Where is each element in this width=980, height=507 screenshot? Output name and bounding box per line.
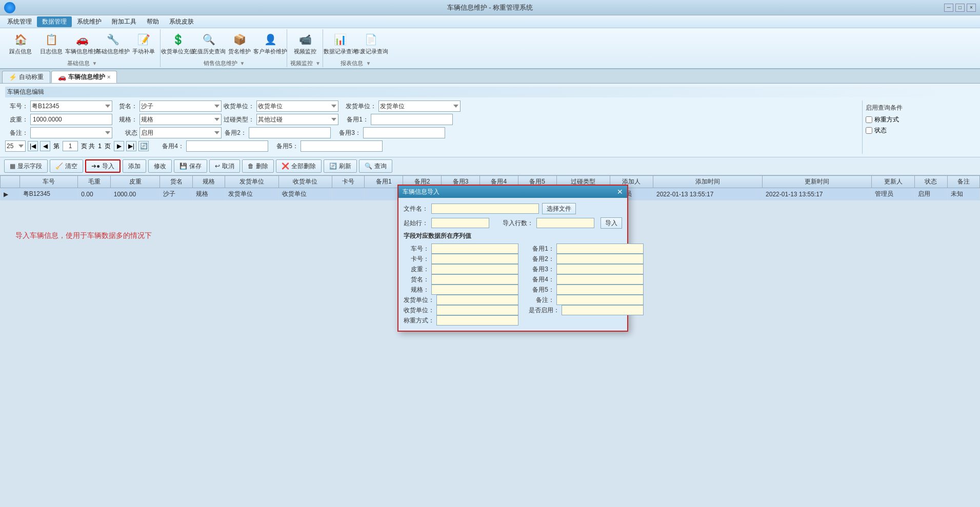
dialog-goods-input[interactable] xyxy=(431,274,518,285)
dialog-send-input[interactable] xyxy=(436,295,518,305)
dialog-spare4-input[interactable] xyxy=(556,274,644,285)
dialog-cardno-label: 卡号： xyxy=(404,255,429,263)
dialog-spare2-label: 备用2： xyxy=(529,255,554,263)
dialog-cardno-input[interactable] xyxy=(431,254,518,264)
dialog-cardno-row: 卡号： xyxy=(404,254,518,264)
dialog-fields-grid: 车号： 卡号： 皮重： 货名： xyxy=(404,244,622,326)
dialog-enabled-input[interactable] xyxy=(562,305,644,315)
dialog-spec-row: 规格： xyxy=(404,285,518,295)
dialog-spare5-label: 备用5： xyxy=(529,286,554,294)
dialog-fields-right: 备用1： 备用2： 备用3： 备用4： xyxy=(529,244,644,326)
dialog-overlay: 车辆信息导入 ✕ 文件名： 选择文件 起始行： 导入行数： 导入 字段对应数据所… xyxy=(0,0,980,507)
dialog-receive-row: 收货单位： xyxy=(404,305,518,315)
dialog-section-title: 字段对应数据所在序列值 xyxy=(404,232,622,240)
dialog-startrow-row: 起始行： 导入行数： 导入 xyxy=(404,217,622,229)
dialog-tare-input[interactable] xyxy=(431,264,518,274)
file-name-input[interactable] xyxy=(431,204,539,214)
dialog-send-row: 发货单位： xyxy=(404,295,518,305)
dialog-weighing-label: 称重方式： xyxy=(404,316,434,325)
dialog-spare1-row: 备用1： xyxy=(529,244,644,254)
dialog-remarks-row: 备注： xyxy=(529,295,644,305)
dialog-goods-row: 货名： xyxy=(404,274,518,285)
dialog-file-row: 文件名： 选择文件 xyxy=(404,203,622,214)
dialog-spare1-input[interactable] xyxy=(556,244,644,254)
dialog-spare5-row: 备用5： xyxy=(529,285,644,295)
import-dialog: 车辆信息导入 ✕ 文件名： 选择文件 起始行： 导入行数： 导入 字段对应数据所… xyxy=(397,185,628,332)
dialog-goods-label: 货名： xyxy=(404,275,429,284)
dialog-enabled-label: 是否启用： xyxy=(529,306,559,315)
dialog-carno-row: 车号： xyxy=(404,244,518,254)
file-name-label: 文件名： xyxy=(404,205,428,213)
dialog-weighing-input[interactable] xyxy=(436,315,518,326)
dialog-spare2-input[interactable] xyxy=(556,254,644,264)
start-row-input[interactable] xyxy=(431,218,489,228)
dialog-spare1-label: 备用1： xyxy=(529,245,554,253)
dialog-carno-input[interactable] xyxy=(431,244,518,254)
dialog-spare3-input[interactable] xyxy=(556,264,644,274)
dialog-carno-label: 车号： xyxy=(404,245,429,253)
select-file-button[interactable]: 选择文件 xyxy=(542,203,576,214)
dialog-tare-label: 皮重： xyxy=(404,265,429,274)
dialog-title-bar: 车辆信息导入 ✕ xyxy=(398,186,627,198)
dialog-send-label: 发货单位： xyxy=(404,296,434,305)
import-count-label: 导入行数： xyxy=(503,219,533,228)
dialog-receive-input[interactable] xyxy=(436,305,518,315)
dialog-spare3-row: 备用3： xyxy=(529,264,644,274)
import-confirm-button[interactable]: 导入 xyxy=(601,217,622,229)
dialog-spare3-label: 备用3： xyxy=(529,265,554,274)
dialog-close-button[interactable]: ✕ xyxy=(617,188,623,196)
dialog-enabled-row: 是否启用： xyxy=(529,305,644,315)
dialog-spare4-label: 备用4： xyxy=(529,275,554,284)
dialog-title: 车辆信息导入 xyxy=(403,188,439,196)
import-count-input[interactable] xyxy=(536,218,594,228)
dialog-remarks-label: 备注： xyxy=(529,296,554,305)
dialog-spare2-row: 备用2： xyxy=(529,254,644,264)
dialog-remarks-input[interactable] xyxy=(556,295,644,305)
dialog-fields-left: 车号： 卡号： 皮重： 货名： xyxy=(404,244,518,326)
dialog-spec-label: 规格： xyxy=(404,286,429,294)
start-row-label: 起始行： xyxy=(404,219,428,228)
dialog-spec-input[interactable] xyxy=(431,285,518,295)
dialog-tare-row: 皮重： xyxy=(404,264,518,274)
dialog-spare4-row: 备用4： xyxy=(529,274,644,285)
dialog-receive-label: 收货单位： xyxy=(404,306,434,315)
dialog-spare5-input[interactable] xyxy=(556,285,644,295)
dialog-weighing-row: 称重方式： xyxy=(404,315,518,326)
dialog-content: 文件名： 选择文件 起始行： 导入行数： 导入 字段对应数据所在序列值 车号： xyxy=(398,198,627,331)
